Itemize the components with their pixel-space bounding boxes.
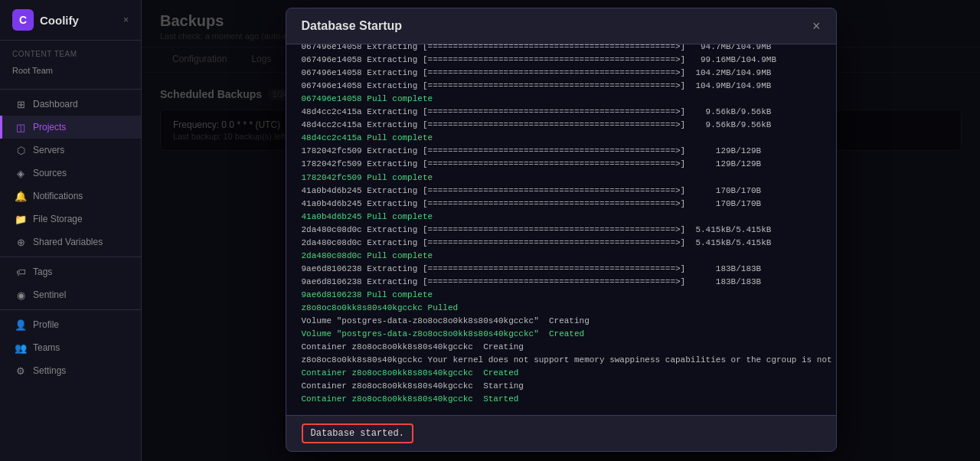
sidebar-item-dashboard[interactable]: ⊞ Dashboard: [0, 93, 141, 116]
sidebar-item-shared-variables[interactable]: ⊕ Shared Variables: [0, 230, 141, 253]
sidebar-item-label: Sources: [33, 168, 67, 178]
file-storage-icon: 📁: [15, 213, 27, 225]
notifications-icon: 🔔: [15, 190, 27, 202]
sidebar-section-label: Content Team: [0, 47, 141, 61]
sidebar-item-sentinel[interactable]: ◉ Sentinel: [0, 283, 141, 306]
sidebar-divider-3: [0, 309, 141, 310]
dashboard-icon: ⊞: [15, 98, 27, 110]
settings-icon: ⚙: [15, 365, 27, 377]
sidebar-item-label: File Storage: [33, 214, 83, 224]
sidebar-item-label: Teams: [33, 342, 60, 353]
sidebar-item-teams[interactable]: 👥 Teams: [0, 336, 141, 359]
modal-log-output[interactable]: 067496e14058 Extracting [===============…: [286, 44, 836, 415]
sidebar-item-label: Servers: [33, 145, 64, 155]
sidebar-close-button[interactable]: ×: [123, 15, 129, 25]
sidebar-item-tags[interactable]: 🏷 Tags: [0, 260, 141, 283]
database-started-badge: Database started.: [302, 423, 413, 443]
sidebar-item-label: Notifications: [33, 191, 83, 201]
sidebar-item-projects[interactable]: ◫ Projects: [0, 116, 141, 139]
sidebar-item-profile[interactable]: 👤 Profile: [0, 313, 141, 336]
sidebar-item-servers[interactable]: ⬡ Servers: [0, 139, 141, 162]
servers-icon: ⬡: [15, 144, 27, 156]
sidebar-item-file-storage[interactable]: 📁 File Storage: [0, 208, 141, 230]
sidebar-logo: C Coolify ×: [0, 0, 141, 41]
profile-icon: 👤: [15, 319, 27, 331]
database-startup-modal: Database Startup × 067496e14058 Extracti…: [286, 8, 837, 452]
modal-close-button[interactable]: ×: [812, 19, 821, 33]
sidebar-team-section: Content Team Root Team: [0, 41, 141, 86]
sidebar-item-label: Sentinel: [33, 289, 66, 300]
sidebar-divider: [0, 89, 141, 90]
sidebar-item-label: Tags: [33, 266, 52, 277]
teams-icon: 👥: [15, 342, 27, 354]
modal-footer: Database started.: [286, 415, 836, 451]
sidebar-item-sources[interactable]: ◈ Sources: [0, 162, 141, 185]
sidebar-item-label: Projects: [33, 122, 66, 132]
sidebar-item-settings[interactable]: ⚙ Settings: [0, 359, 141, 382]
sentinel-icon: ◉: [15, 289, 27, 301]
sidebar-item-label: Settings: [33, 365, 66, 376]
tags-icon: 🏷: [15, 266, 27, 278]
sidebar-divider-2: [0, 257, 141, 257]
sidebar-team-name: Root Team: [0, 61, 141, 80]
sources-icon: ◈: [15, 167, 27, 179]
projects-icon: ◫: [15, 121, 27, 133]
sidebar-item-label: Profile: [33, 319, 59, 330]
modal-header: Database Startup ×: [286, 8, 836, 44]
sidebar-item-notifications[interactable]: 🔔 Notifications: [0, 185, 141, 208]
sidebar-item-label: Dashboard: [33, 99, 78, 110]
modal-title: Database Startup: [302, 19, 403, 33]
modal-overlay: Database Startup × 067496e14058 Extracti…: [142, 0, 980, 461]
main-content-area: Backups Last check: a moment ago (auto-r…: [142, 0, 980, 461]
app-logo-text: Coolify: [40, 14, 79, 27]
shared-variables-icon: ⊕: [15, 236, 27, 248]
sidebar: C Coolify × Content Team Root Team ⊞ Das…: [0, 0, 142, 461]
sidebar-item-label: Shared Variables: [33, 237, 103, 247]
app-logo-icon: C: [12, 9, 34, 31]
